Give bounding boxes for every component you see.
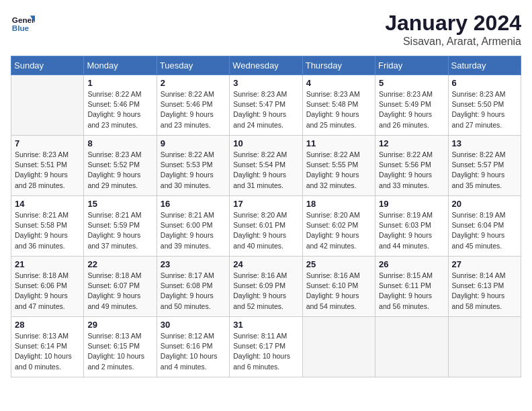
day-number: 18 — [306, 199, 371, 209]
day-info: Sunrise: 8:23 AMSunset: 5:52 PMDaylight:… — [87, 150, 152, 191]
calendar-cell: 18Sunrise: 8:20 AMSunset: 6:02 PMDayligh… — [302, 196, 375, 257]
weekday-header-monday: Monday — [84, 56, 157, 75]
calendar-cell — [448, 317, 521, 377]
weekday-header-tuesday: Tuesday — [157, 56, 229, 75]
day-number: 26 — [379, 259, 444, 269]
calendar-cell: 25Sunrise: 8:16 AMSunset: 6:10 PMDayligh… — [302, 257, 375, 317]
calendar-cell: 15Sunrise: 8:21 AMSunset: 5:59 PMDayligh… — [84, 196, 157, 257]
day-number: 16 — [161, 199, 226, 209]
day-info: Sunrise: 8:17 AMSunset: 6:08 PMDaylight:… — [161, 271, 226, 312]
location-title: Sisavan, Ararat, Armenia — [385, 36, 521, 48]
calendar-cell: 30Sunrise: 8:12 AMSunset: 6:16 PMDayligh… — [157, 317, 229, 377]
day-number: 9 — [161, 138, 226, 148]
calendar-cell: 17Sunrise: 8:20 AMSunset: 6:01 PMDayligh… — [230, 196, 302, 257]
day-info: Sunrise: 8:19 AMSunset: 6:03 PMDaylight:… — [379, 210, 444, 251]
day-number: 7 — [15, 138, 80, 148]
day-number: 31 — [233, 320, 298, 330]
day-number: 2 — [161, 78, 226, 88]
calendar-cell — [375, 317, 448, 377]
day-number: 24 — [233, 259, 298, 269]
calendar-cell: 29Sunrise: 8:13 AMSunset: 6:15 PMDayligh… — [84, 317, 157, 377]
day-info: Sunrise: 8:23 AMSunset: 5:50 PMDaylight:… — [452, 89, 517, 130]
calendar-cell: 13Sunrise: 8:22 AMSunset: 5:57 PMDayligh… — [448, 136, 521, 196]
day-info: Sunrise: 8:13 AMSunset: 6:14 PMDaylight:… — [15, 331, 80, 372]
day-number: 15 — [87, 199, 152, 209]
day-number: 23 — [161, 259, 226, 269]
day-info: Sunrise: 8:23 AMSunset: 5:51 PMDaylight:… — [15, 150, 80, 191]
logo-icon: General Blue — [11, 11, 35, 35]
day-number: 10 — [233, 138, 298, 148]
week-row-3: 14Sunrise: 8:21 AMSunset: 5:58 PMDayligh… — [11, 196, 521, 257]
week-row-1: 1Sunrise: 8:22 AMSunset: 5:46 PMDaylight… — [11, 75, 521, 136]
calendar-cell: 24Sunrise: 8:16 AMSunset: 6:09 PMDayligh… — [230, 257, 302, 317]
calendar-cell: 9Sunrise: 8:22 AMSunset: 5:53 PMDaylight… — [157, 136, 229, 196]
day-info: Sunrise: 8:19 AMSunset: 6:04 PMDaylight:… — [452, 210, 517, 251]
day-number: 12 — [379, 138, 444, 148]
day-info: Sunrise: 8:22 AMSunset: 5:56 PMDaylight:… — [379, 150, 444, 191]
day-info: Sunrise: 8:18 AMSunset: 6:06 PMDaylight:… — [15, 271, 80, 312]
calendar-cell: 8Sunrise: 8:23 AMSunset: 5:52 PMDaylight… — [84, 136, 157, 196]
calendar-cell: 19Sunrise: 8:19 AMSunset: 6:03 PMDayligh… — [375, 196, 448, 257]
day-info: Sunrise: 8:22 AMSunset: 5:46 PMDaylight:… — [87, 89, 152, 130]
weekday-header-saturday: Saturday — [448, 56, 521, 75]
day-number: 19 — [379, 199, 444, 209]
day-info: Sunrise: 8:16 AMSunset: 6:10 PMDaylight:… — [306, 271, 371, 312]
day-info: Sunrise: 8:23 AMSunset: 5:48 PMDaylight:… — [306, 89, 371, 130]
day-number: 30 — [161, 320, 226, 330]
day-info: Sunrise: 8:15 AMSunset: 6:11 PMDaylight:… — [379, 271, 444, 312]
day-info: Sunrise: 8:20 AMSunset: 6:02 PMDaylight:… — [306, 210, 371, 251]
day-info: Sunrise: 8:18 AMSunset: 6:07 PMDaylight:… — [87, 271, 152, 312]
day-number: 22 — [87, 259, 152, 269]
calendar-cell: 27Sunrise: 8:14 AMSunset: 6:13 PMDayligh… — [448, 257, 521, 317]
month-title: January 2024 — [385, 11, 521, 36]
weekday-header-friday: Friday — [375, 56, 448, 75]
calendar-cell: 14Sunrise: 8:21 AMSunset: 5:58 PMDayligh… — [11, 196, 84, 257]
calendar-cell: 16Sunrise: 8:21 AMSunset: 6:00 PMDayligh… — [157, 196, 229, 257]
calendar-cell: 11Sunrise: 8:22 AMSunset: 5:55 PMDayligh… — [302, 136, 375, 196]
title-area: January 2024 Sisavan, Ararat, Armenia — [385, 11, 521, 48]
day-info: Sunrise: 8:12 AMSunset: 6:16 PMDaylight:… — [161, 331, 226, 372]
calendar-cell: 31Sunrise: 8:11 AMSunset: 6:17 PMDayligh… — [230, 317, 302, 377]
calendar-cell: 3Sunrise: 8:23 AMSunset: 5:47 PMDaylight… — [230, 75, 302, 136]
day-info: Sunrise: 8:20 AMSunset: 6:01 PMDaylight:… — [233, 210, 298, 251]
calendar-cell: 28Sunrise: 8:13 AMSunset: 6:14 PMDayligh… — [11, 317, 84, 377]
calendar-cell: 26Sunrise: 8:15 AMSunset: 6:11 PMDayligh… — [375, 257, 448, 317]
calendar-cell: 2Sunrise: 8:22 AMSunset: 5:46 PMDaylight… — [157, 75, 229, 136]
day-number: 3 — [233, 78, 298, 88]
day-number: 29 — [87, 320, 152, 330]
day-number: 8 — [87, 138, 152, 148]
logo: General Blue — [11, 11, 35, 35]
day-info: Sunrise: 8:13 AMSunset: 6:15 PMDaylight:… — [87, 331, 152, 372]
day-number: 13 — [452, 138, 517, 148]
weekday-header-wednesday: Wednesday — [230, 56, 302, 75]
weekday-header-thursday: Thursday — [302, 56, 375, 75]
day-info: Sunrise: 8:23 AMSunset: 5:47 PMDaylight:… — [233, 89, 298, 130]
day-number: 17 — [233, 199, 298, 209]
calendar-cell: 20Sunrise: 8:19 AMSunset: 6:04 PMDayligh… — [448, 196, 521, 257]
svg-text:Blue: Blue — [12, 24, 30, 32]
calendar-cell: 23Sunrise: 8:17 AMSunset: 6:08 PMDayligh… — [157, 257, 229, 317]
calendar-cell: 21Sunrise: 8:18 AMSunset: 6:06 PMDayligh… — [11, 257, 84, 317]
day-info: Sunrise: 8:21 AMSunset: 5:59 PMDaylight:… — [87, 210, 152, 251]
week-row-5: 28Sunrise: 8:13 AMSunset: 6:14 PMDayligh… — [11, 317, 521, 377]
calendar-cell: 6Sunrise: 8:23 AMSunset: 5:50 PMDaylight… — [448, 75, 521, 136]
day-number: 27 — [452, 259, 517, 269]
weekday-header-sunday: Sunday — [11, 56, 84, 75]
calendar-cell — [302, 317, 375, 377]
day-number: 14 — [15, 199, 80, 209]
calendar-cell: 22Sunrise: 8:18 AMSunset: 6:07 PMDayligh… — [84, 257, 157, 317]
calendar-cell: 7Sunrise: 8:23 AMSunset: 5:51 PMDaylight… — [11, 136, 84, 196]
day-number: 11 — [306, 138, 371, 148]
day-number: 20 — [452, 199, 517, 209]
day-number: 4 — [306, 78, 371, 88]
day-info: Sunrise: 8:22 AMSunset: 5:54 PMDaylight:… — [233, 150, 298, 191]
day-number: 21 — [15, 259, 80, 269]
day-number: 28 — [15, 320, 80, 330]
day-number: 25 — [306, 259, 371, 269]
day-number: 1 — [87, 78, 152, 88]
day-number: 5 — [379, 78, 444, 88]
day-info: Sunrise: 8:23 AMSunset: 5:49 PMDaylight:… — [379, 89, 444, 130]
week-row-2: 7Sunrise: 8:23 AMSunset: 5:51 PMDaylight… — [11, 136, 521, 196]
day-info: Sunrise: 8:14 AMSunset: 6:13 PMDaylight:… — [452, 271, 517, 312]
day-info: Sunrise: 8:16 AMSunset: 6:09 PMDaylight:… — [233, 271, 298, 312]
